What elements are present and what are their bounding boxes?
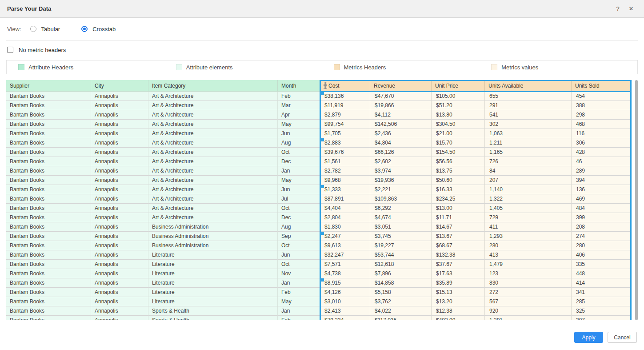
- cell-supplier: Bantam Books: [6, 157, 91, 166]
- cell-supplier: Bantam Books: [6, 288, 91, 297]
- cell-revenue: $3,762: [370, 297, 432, 306]
- cell-supplier: Bantam Books: [6, 204, 91, 213]
- cell-units-available: 1,293: [485, 232, 572, 241]
- cell-city: Annapolis: [91, 306, 148, 316]
- cell-supplier: Bantam Books: [6, 129, 91, 138]
- cell-item-category: Literature: [148, 260, 278, 269]
- cell-units-available: 413: [485, 250, 572, 260]
- cell-city: Annapolis: [91, 260, 148, 269]
- column-header-revenue[interactable]: Revenue: [370, 80, 432, 92]
- cell-item-category: Sports & Health: [148, 316, 278, 320]
- view-option-crosstab[interactable]: Crosstab: [81, 26, 116, 32]
- cell-item-category: Business Administration: [148, 222, 278, 232]
- cell-city: Annapolis: [91, 101, 148, 110]
- cell-units-available: 291: [485, 101, 572, 110]
- cell-unit-price: $14.67: [432, 222, 485, 232]
- cell-month: Dec: [278, 157, 320, 166]
- column-header-units-sold[interactable]: Units Sold: [572, 80, 632, 92]
- cell-unit-price: $15.13: [432, 288, 485, 297]
- legend-item-metrics-headers: Metrics Headers: [322, 64, 480, 71]
- view-option-tabular[interactable]: Tabular: [30, 26, 60, 32]
- cell-revenue: $14,858: [370, 278, 432, 288]
- cell-units-sold: 414: [572, 278, 632, 288]
- cell-units-available: 272: [485, 288, 572, 297]
- cancel-button[interactable]: Cancel: [608, 332, 637, 343]
- column-header-cost[interactable]: Cost: [320, 80, 370, 92]
- close-icon[interactable]: ✕: [628, 5, 634, 12]
- radio-crosstab-label: Crosstab: [92, 26, 116, 32]
- cell-month: May: [278, 297, 320, 306]
- cell-unit-price: $56.56: [432, 157, 485, 166]
- cell-unit-price: $17.63: [432, 269, 485, 278]
- dialog-footer: Apply Cancel: [574, 332, 637, 343]
- cell-units-available: 1,322: [485, 194, 572, 204]
- apply-button[interactable]: Apply: [574, 332, 603, 343]
- cell-units-sold: 428: [572, 148, 632, 157]
- cell-supplier: Bantam Books: [6, 138, 91, 148]
- cell-month: Oct: [278, 148, 320, 157]
- cell-supplier: Bantam Books: [6, 297, 91, 306]
- cell-cost: $8,915: [320, 278, 370, 288]
- cell-units-sold: 306: [572, 138, 632, 148]
- cell-unit-price: $13.20: [432, 297, 485, 306]
- column-header-city[interactable]: City: [91, 80, 148, 92]
- column-header-supplier[interactable]: Supplier: [6, 80, 91, 92]
- cell-city: Annapolis: [91, 269, 148, 278]
- no-metric-headers-label: No metric headers: [19, 47, 66, 53]
- cell-unit-price: $21.00: [432, 129, 485, 138]
- cell-city: Annapolis: [91, 278, 148, 288]
- cell-units-sold: 448: [572, 269, 632, 278]
- cell-cost: $99,754: [320, 120, 370, 129]
- cell-city: Annapolis: [91, 204, 148, 213]
- table-row: Bantam Books Annapolis Art & Architectur…: [6, 148, 632, 157]
- cell-item-category: Art & Architecture: [148, 148, 278, 157]
- help-icon[interactable]: ?: [615, 5, 621, 12]
- cell-units-available: 207: [485, 176, 572, 185]
- radio-tabular-icon[interactable]: [30, 26, 36, 32]
- vertical-scrollbar[interactable]: [635, 80, 638, 320]
- cell-item-category: Literature: [148, 278, 278, 288]
- cell-units-sold: 285: [572, 297, 632, 306]
- view-label: View:: [7, 26, 21, 32]
- cell-cost: $4,404: [320, 204, 370, 213]
- cell-unit-price: $132.38: [432, 250, 485, 260]
- cell-month: Feb: [278, 316, 320, 320]
- cell-city: Annapolis: [91, 316, 148, 320]
- cell-units-available: 302: [485, 120, 572, 129]
- cell-units-available: 1,291: [485, 316, 572, 320]
- drag-handle-icon[interactable]: [324, 82, 327, 89]
- cell-city: Annapolis: [91, 129, 148, 138]
- dialog-title: Parse Your Data: [7, 5, 51, 12]
- column-header-item-category[interactable]: Item Category: [148, 80, 278, 92]
- column-header-month[interactable]: Month: [278, 80, 320, 92]
- column-header-units-available[interactable]: Units Available: [485, 80, 572, 92]
- cell-units-available: 123: [485, 269, 572, 278]
- cell-units-available: 729: [485, 213, 572, 222]
- cell-units-sold: 136: [572, 185, 632, 194]
- cell-units-available: 1,405: [485, 204, 572, 213]
- cell-city: Annapolis: [91, 297, 148, 306]
- cell-supplier: Bantam Books: [6, 92, 91, 101]
- cell-unit-price: $234.25: [432, 194, 485, 204]
- cell-units-sold: 298: [572, 110, 632, 120]
- cell-city: Annapolis: [91, 92, 148, 101]
- column-header-unit-price[interactable]: Unit Price: [432, 80, 485, 92]
- cell-units-sold: 307: [572, 316, 632, 320]
- cell-units-sold: 325: [572, 306, 632, 316]
- cell-city: Annapolis: [91, 157, 148, 166]
- table-row: Bantam Books Annapolis Sports & Health J…: [6, 306, 632, 316]
- cell-city: Annapolis: [91, 194, 148, 204]
- cell-month: Aug: [278, 138, 320, 148]
- cell-revenue: $3,745: [370, 232, 432, 241]
- cell-cost: $38,136: [320, 92, 370, 101]
- cell-item-category: Literature: [148, 288, 278, 297]
- no-metric-headers-checkbox[interactable]: [7, 47, 13, 53]
- cell-revenue: $4,674: [370, 213, 432, 222]
- cell-month: Jun: [278, 185, 320, 194]
- cell-units-sold: 335: [572, 260, 632, 269]
- cell-unit-price: $37.67: [432, 260, 485, 269]
- radio-crosstab-icon[interactable]: [81, 26, 88, 32]
- attribute-elements-label: Attribute elements: [186, 64, 233, 71]
- view-selector-row: View: Tabular Crosstab: [0, 22, 644, 36]
- table-row: Bantam Books Annapolis Business Administ…: [6, 241, 632, 250]
